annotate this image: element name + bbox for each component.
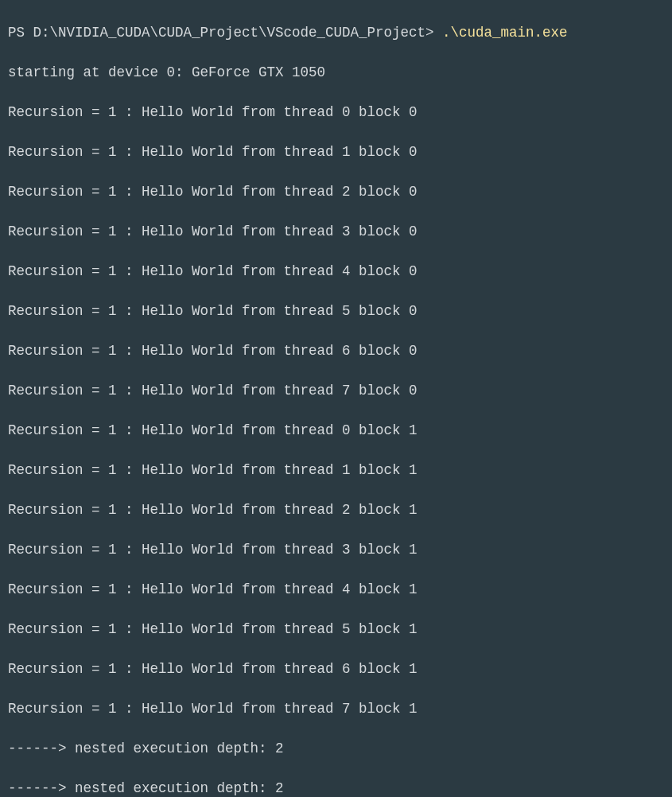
command-line-1: PS D:\NVIDIA_CUDA\CUDA_Project\VScode_CU… [8,23,670,43]
output-line: Recursion = 1 : Hello World from thread … [8,461,670,480]
output-line: Recursion = 1 : Hello World from thread … [8,699,670,719]
output-line: Recursion = 1 : Hello World from thread … [8,301,670,321]
output-line: Recursion = 1 : Hello World from thread … [8,580,670,600]
output-line: Recursion = 1 : Hello World from thread … [8,222,670,242]
output-line: Recursion = 1 : Hello World from thread … [8,659,670,679]
prompt-prefix: PS D:\NVIDIA_CUDA\CUDA_Project\VScode_CU… [8,25,442,41]
output-line: Recursion = 1 : Hello World from thread … [8,262,670,282]
output-line: Recursion = 1 : Hello World from thread … [8,341,670,361]
output-line: ------> nested execution depth: 2 [8,779,670,797]
output-line: ------> nested execution depth: 2 [8,739,670,759]
output-line: Recursion = 1 : Hello World from thread … [8,421,670,441]
output-line: Recursion = 1 : Hello World from thread … [8,381,670,401]
command-text: .\cuda_main.exe [442,25,568,41]
output-line: Recursion = 1 : Hello World from thread … [8,142,670,162]
output-line: Recursion = 1 : Hello World from thread … [8,182,670,202]
output-line: Recursion = 1 : Hello World from thread … [8,500,670,520]
output-line: Recursion = 1 : Hello World from thread … [8,103,670,122]
output-line: starting at device 0: GeForce GTX 1050 [8,63,670,83]
output-line: Recursion = 1 : Hello World from thread … [8,540,670,560]
terminal[interactable]: PS D:\NVIDIA_CUDA\CUDA_Project\VScode_CU… [0,0,672,797]
output-line: Recursion = 1 : Hello World from thread … [8,620,670,640]
